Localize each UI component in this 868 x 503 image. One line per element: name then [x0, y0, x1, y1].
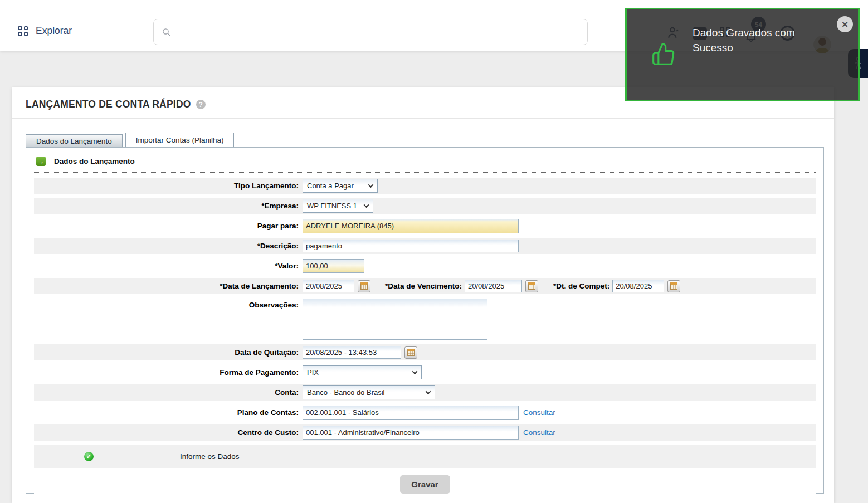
forma-pagamento-value: PIX — [307, 368, 319, 377]
explore-menu-button[interactable]: Explorar — [18, 25, 72, 37]
tipo-lancamento-value: Conta a Pagar — [307, 182, 354, 190]
row-descricao: *Descrição: — [34, 238, 816, 254]
explore-label: Explorar — [36, 25, 72, 37]
valor-label: *Valor: — [34, 262, 303, 270]
row-submit: Gravar — [34, 475, 816, 494]
section-arrow-icon: → — [36, 157, 46, 166]
tab-importar-contas-planilha[interactable]: Importar Contas (Planilha) — [125, 133, 235, 147]
valor-input[interactable] — [303, 259, 364, 273]
success-check-icon: ✓ — [84, 452, 94, 461]
search-icon — [162, 27, 171, 37]
row-observacoes: Observações: — [34, 298, 816, 340]
forma-pagamento-label: Forma de Pagamento: — [34, 368, 303, 377]
data-quitacao-input[interactable] — [303, 346, 401, 359]
centro-custo-input[interactable] — [303, 426, 519, 440]
calendar-icon — [407, 349, 415, 356]
row-pagar-para: Pagar para: — [34, 218, 816, 234]
data-quitacao-calendar-button[interactable] — [404, 346, 417, 359]
tab-dados-do-lancamento[interactable]: Dados do Lançamento — [26, 134, 123, 147]
dt-compet-calendar-button[interactable] — [667, 280, 680, 292]
centro-custo-consultar-link[interactable]: Consultar — [523, 428, 555, 437]
chevron-down-icon — [412, 369, 418, 374]
row-datas: *Data de Lançamento: *Data de Vencimento… — [34, 278, 816, 294]
data-lancamento-label: *Data de Lançamento: — [34, 282, 303, 290]
section-title: Dados do Lançamento — [54, 157, 135, 165]
row-status: ✓ Informe os Dados — [34, 445, 816, 468]
conta-value: Banco - Banco do Brasil — [307, 388, 384, 397]
plano-contas-input[interactable] — [303, 406, 519, 420]
plano-contas-label: Plano de Contas: — [34, 408, 303, 417]
content-card: LANÇAMENTO DE CONTA RÁPIDO ? Dados do La… — [12, 87, 834, 503]
chevron-down-icon — [426, 389, 431, 394]
pagar-para-label: Pagar para: — [34, 222, 303, 230]
global-search[interactable] — [153, 19, 588, 45]
page-title: LANÇAMENTO DE CONTA RÁPIDO — [26, 99, 191, 110]
dt-compet-label: *Dt. de Compet: — [553, 282, 612, 290]
empresa-select[interactable]: WP FITNESS 1 — [303, 199, 373, 213]
section-header: → Dados do Lançamento — [34, 152, 816, 172]
tipo-lancamento-label: Tipo Lançamento: — [34, 182, 303, 190]
calendar-icon — [360, 282, 368, 290]
status-message: Informe os Dados — [180, 452, 240, 461]
descricao-input[interactable] — [303, 240, 519, 252]
search-input[interactable] — [177, 27, 579, 37]
row-valor: *Valor: — [34, 258, 816, 274]
plano-contas-consultar-link[interactable]: Consultar — [523, 408, 555, 417]
toast-close-icon[interactable]: × — [837, 16, 853, 32]
centro-custo-label: Centro de Custo: — [34, 428, 303, 437]
form-tabs: Dados do Lançamento Importar Contas (Pla… — [26, 133, 834, 147]
empresa-value: WP FITNESS 1 — [307, 202, 357, 210]
gravar-button[interactable]: Gravar — [400, 475, 450, 494]
empresa-label: *Empresa: — [34, 202, 303, 210]
row-conta: Conta: Banco - Banco do Brasil — [34, 384, 816, 401]
row-centro-custo: Centro de Custo: Consultar — [34, 424, 816, 441]
row-empresa: *Empresa: WP FITNESS 1 — [34, 198, 816, 214]
data-quitacao-label: Data de Quitação: — [34, 348, 303, 357]
calendar-icon — [528, 282, 535, 290]
chevron-down-icon — [368, 182, 374, 188]
pagar-para-input[interactable] — [303, 219, 519, 233]
form-panel: → Dados do Lançamento Tipo Lançamento: C… — [26, 147, 824, 494]
data-vencimento-calendar-button[interactable] — [525, 280, 538, 292]
forma-pagamento-select[interactable]: PIX — [303, 365, 422, 379]
thumbs-up-icon — [651, 42, 676, 66]
observacoes-label: Observações: — [34, 298, 303, 309]
data-lancamento-input[interactable] — [303, 280, 354, 292]
toast-message: Dados Gravados com Sucesso — [693, 25, 810, 55]
tipo-lancamento-select[interactable]: Conta a Pagar — [303, 179, 378, 193]
conta-label: Conta: — [34, 388, 303, 397]
row-tipo-lancamento: Tipo Lançamento: Conta a Pagar — [34, 178, 816, 194]
dt-compet-input[interactable] — [612, 280, 664, 292]
apps-grid-icon — [18, 26, 28, 36]
observacoes-textarea[interactable] — [303, 299, 487, 340]
data-vencimento-input[interactable] — [465, 280, 522, 292]
dotted-divider — [34, 172, 816, 173]
calendar-icon — [670, 282, 677, 290]
row-data-quitacao: Data de Quitação: — [34, 344, 816, 360]
data-lancamento-calendar-button[interactable] — [358, 280, 370, 292]
descricao-label: *Descrição: — [34, 242, 303, 250]
title-help-icon[interactable]: ? — [196, 100, 206, 109]
row-forma-pagamento: Forma de Pagamento: PIX — [34, 364, 816, 380]
success-toast: Dados Gravados com Sucesso × — [625, 8, 860, 101]
chevron-down-icon — [364, 202, 369, 208]
conta-select[interactable]: Banco - Banco do Brasil — [303, 385, 435, 399]
row-plano-contas: Plano de Contas: Consultar — [34, 404, 816, 421]
data-vencimento-label: *Data de Vencimento: — [385, 282, 465, 290]
